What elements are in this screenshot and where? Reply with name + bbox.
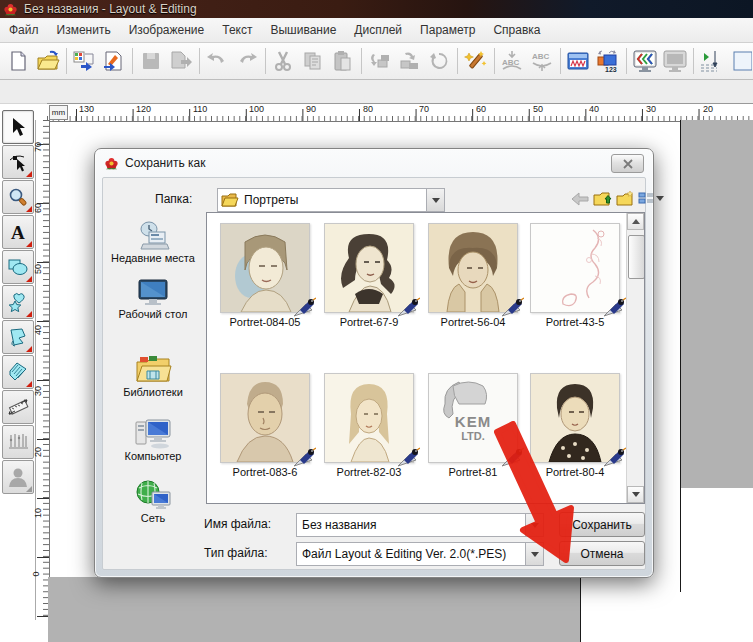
vertical-ruler: 70 60 50 40 30 20 10 0 bbox=[35, 120, 50, 620]
menu-help[interactable]: Справка bbox=[484, 20, 549, 40]
copy-button-disabled[interactable] bbox=[298, 46, 328, 76]
filename-value[interactable]: Без названия bbox=[297, 518, 525, 532]
file-thumbnail: KEM LTD. bbox=[428, 373, 518, 463]
text-arc-up-button-disabled[interactable]: ABC bbox=[527, 46, 557, 76]
flyout-marker bbox=[26, 346, 32, 352]
flip-vertical-button-disabled[interactable] bbox=[394, 46, 424, 76]
menu-option[interactable]: Параметр bbox=[411, 20, 484, 40]
file-item[interactable]: KEM LTD. Portret-81 bbox=[423, 373, 523, 478]
folder-dropdown-button[interactable] bbox=[426, 189, 444, 211]
dialog-title-bar[interactable]: Сохранить как bbox=[95, 149, 653, 177]
folder-combobox-value: Портреты bbox=[239, 193, 426, 207]
new-folder-button[interactable] bbox=[615, 188, 636, 209]
flyout-marker bbox=[26, 276, 32, 282]
flyout-marker bbox=[26, 486, 32, 492]
undo-icon bbox=[206, 51, 228, 71]
scroll-down-button[interactable] bbox=[627, 486, 644, 503]
file-thumbnail bbox=[324, 373, 414, 463]
file-list-scrollbar[interactable] bbox=[626, 213, 644, 503]
screen-view-button-disabled[interactable] bbox=[660, 46, 690, 76]
embroidery-bird-icon bbox=[500, 296, 524, 318]
h-ruler-label: 40 bbox=[589, 104, 599, 114]
folder-combobox[interactable]: Портреты bbox=[217, 188, 445, 212]
dialog-client-area: Папка: Портреты bbox=[102, 177, 646, 570]
filetype-dropdown-button[interactable] bbox=[525, 543, 543, 565]
scroll-up-button[interactable] bbox=[627, 213, 644, 230]
file-item[interactable]: Portret-56-04 bbox=[423, 223, 523, 328]
shapes-icon bbox=[7, 257, 29, 277]
undo-button-disabled[interactable] bbox=[202, 46, 232, 76]
save-button-disabled[interactable] bbox=[136, 46, 166, 76]
paste-button-disabled[interactable] bbox=[328, 46, 358, 76]
h-ruler-label: 90 bbox=[306, 104, 316, 114]
stitch-simulator-icon bbox=[698, 49, 724, 73]
view-menu-button[interactable] bbox=[637, 188, 665, 209]
scrollbar-thumb[interactable] bbox=[628, 235, 645, 279]
new-document-button[interactable] bbox=[3, 46, 33, 76]
h-ruler-label: 80 bbox=[363, 104, 373, 114]
menu-sew[interactable]: Вышивание bbox=[261, 20, 345, 40]
menu-text[interactable]: Текст bbox=[213, 20, 261, 40]
import-design-icon bbox=[72, 50, 96, 72]
text-arc-down-button-disabled[interactable]: ABC bbox=[497, 46, 527, 76]
menu-edit[interactable]: Изменить bbox=[48, 20, 120, 40]
chevron-down-icon bbox=[656, 196, 664, 201]
filename-dropdown-button[interactable] bbox=[525, 514, 543, 536]
menu-display[interactable]: Дисплей bbox=[345, 20, 411, 40]
point-edit-tool[interactable] bbox=[2, 145, 34, 179]
network-icon bbox=[134, 478, 172, 512]
measure-tool[interactable] bbox=[2, 390, 34, 424]
zoom-tool[interactable] bbox=[2, 180, 34, 214]
filetype-combobox[interactable]: Файл Layout & Editing Ver. 2.0(*.PES) bbox=[296, 542, 544, 566]
cancel-button[interactable]: Отмена bbox=[559, 541, 645, 566]
up-one-level-button[interactable] bbox=[592, 188, 613, 209]
rotate-button-disabled[interactable] bbox=[424, 46, 454, 76]
ruler-unit-box[interactable]: mm bbox=[49, 105, 68, 120]
text-tool[interactable]: A bbox=[2, 215, 34, 249]
portrait-tool[interactable] bbox=[2, 460, 34, 494]
h-ruler-label: 50 bbox=[533, 104, 543, 114]
redo-button-disabled[interactable] bbox=[232, 46, 262, 76]
image-to-stitch-wizard-button[interactable] bbox=[461, 46, 491, 76]
file-item[interactable]: Portret-67-9 bbox=[319, 223, 419, 328]
stitch-edit-tool[interactable] bbox=[2, 425, 34, 459]
menu-file[interactable]: Файл bbox=[0, 20, 48, 40]
open-file-button[interactable] bbox=[33, 46, 63, 76]
stitch-simulator-button[interactable] bbox=[696, 46, 726, 76]
sidebar-item-computer[interactable]: Компьютер bbox=[105, 416, 201, 463]
realistic-view-button[interactable] bbox=[630, 46, 660, 76]
file-item[interactable]: Portret-80-4 bbox=[525, 373, 625, 478]
embroidery-bird-icon bbox=[602, 296, 626, 318]
monitor-icon bbox=[662, 49, 688, 73]
clipped-toolbar-button[interactable] bbox=[726, 46, 753, 76]
dialog-close-button[interactable] bbox=[611, 154, 644, 173]
file-item[interactable]: Portret-82-03 bbox=[319, 373, 419, 478]
sewing-order-button[interactable]: 123 bbox=[593, 46, 623, 76]
kem-logo-text: KEM LTD. bbox=[429, 414, 517, 444]
file-item[interactable]: Portret-084-05 bbox=[215, 223, 315, 328]
filename-combobox[interactable]: Без названия bbox=[296, 513, 544, 537]
sidebar-item-recent-places[interactable]: Недавние места bbox=[105, 220, 201, 265]
flip-horizontal-button-disabled[interactable] bbox=[364, 46, 394, 76]
outline-shape-tool[interactable] bbox=[2, 320, 34, 354]
file-item[interactable]: Portret-083-6 bbox=[215, 373, 315, 478]
menu-image[interactable]: Изображение bbox=[120, 20, 214, 40]
save-button[interactable]: Сохранить bbox=[559, 512, 645, 537]
fancy-shapes-tool[interactable] bbox=[2, 285, 34, 319]
sidebar-item-libraries[interactable]: Библиотеки bbox=[105, 354, 201, 399]
shapes-tool[interactable] bbox=[2, 250, 34, 284]
file-item[interactable]: Portret-43-5 bbox=[525, 223, 625, 328]
sewing-attributes-button[interactable] bbox=[563, 46, 593, 76]
back-button[interactable] bbox=[569, 188, 590, 209]
export-image-button[interactable] bbox=[99, 46, 129, 76]
flyout-marker bbox=[26, 311, 32, 317]
manual-punch-tool[interactable] bbox=[2, 355, 34, 389]
sidebar-item-desktop[interactable]: Рабочий стол bbox=[105, 278, 201, 321]
cut-button-disabled[interactable] bbox=[268, 46, 298, 76]
up-arrow-icon bbox=[632, 219, 640, 224]
view-menu-icon bbox=[638, 192, 654, 206]
write-to-card-button-disabled[interactable] bbox=[166, 46, 196, 76]
import-design-button[interactable] bbox=[69, 46, 99, 76]
select-tool[interactable] bbox=[2, 110, 34, 144]
sidebar-item-network[interactable]: Сеть bbox=[105, 478, 201, 525]
